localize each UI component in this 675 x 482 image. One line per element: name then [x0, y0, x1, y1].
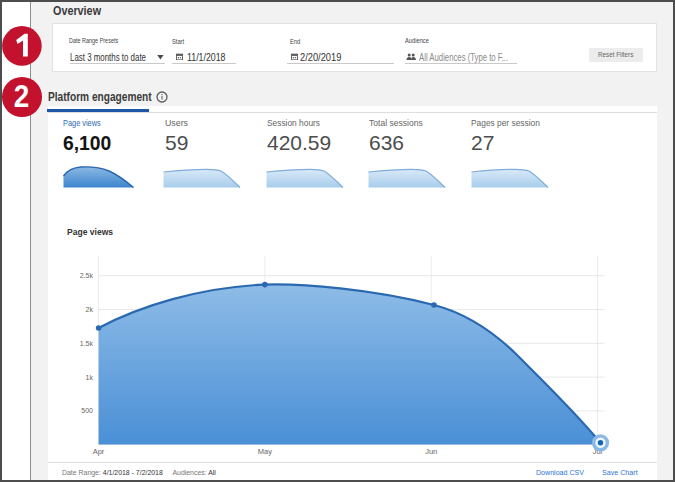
svg-text:2k: 2k: [86, 306, 94, 313]
svg-text:2.5k: 2.5k: [80, 272, 94, 279]
svg-text:1k: 1k: [86, 374, 94, 381]
svg-text:May: May: [258, 447, 272, 456]
svg-text:Apr: Apr: [93, 447, 105, 456]
svg-text:1.5k: 1.5k: [80, 340, 94, 347]
svg-text:500: 500: [81, 407, 93, 414]
svg-text:Jun: Jun: [425, 447, 437, 456]
